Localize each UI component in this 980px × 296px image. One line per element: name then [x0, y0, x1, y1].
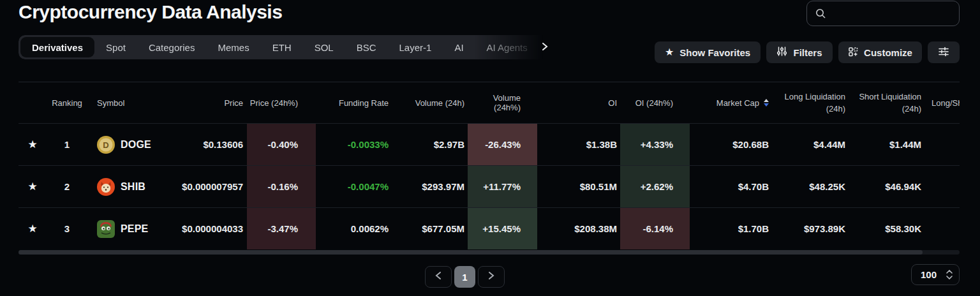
short-liquidation-cell: $1.44M — [845, 124, 921, 165]
price-cell: $0.13606 — [158, 124, 243, 165]
page-size-stepper[interactable] — [946, 270, 953, 279]
short-liquidation-cell: $46.94K — [845, 166, 921, 207]
shib-icon — [97, 178, 115, 196]
long-short-cell — [926, 166, 960, 207]
volume-cell: $677.05M — [389, 208, 464, 249]
table-settings-button[interactable] — [928, 41, 960, 63]
header-volume-24h[interactable]: Volume (24h) — [389, 82, 464, 123]
header-ranking[interactable]: Ranking — [47, 82, 87, 123]
symbol-cell[interactable]: D DOGE — [87, 124, 158, 165]
rank-cell: 3 — [47, 208, 87, 249]
header-oi[interactable]: OI — [537, 82, 617, 123]
show-favorites-button[interactable]: ★ Show Favorites — [655, 41, 761, 63]
star-icon: ★ — [27, 139, 37, 150]
search-box[interactable] — [806, 1, 960, 26]
tab-memes[interactable]: Memes — [206, 37, 260, 57]
long-liquidation-cell: $973.89K — [769, 208, 845, 249]
tab-categories[interactable]: Categories — [137, 37, 207, 57]
filters-label: Filters — [793, 47, 822, 58]
tab-bsc[interactable]: BSC — [345, 37, 388, 57]
price-cell: $0.000007957 — [158, 166, 243, 207]
page-size-input[interactable] — [921, 269, 945, 280]
header-funding-rate[interactable]: Funding Rate — [316, 82, 389, 123]
oi-change-cell: -6.14% — [620, 208, 690, 249]
header-long-liquidation[interactable]: Long Liquidation (24h) — [769, 82, 845, 123]
customize-button[interactable]: Customize — [838, 41, 922, 63]
price-cell: $0.000004033 — [158, 208, 243, 249]
funding-rate-cell: -0.0033% — [316, 124, 389, 165]
doge-icon: D — [97, 136, 115, 154]
tab-eth[interactable]: ETH — [261, 37, 303, 57]
table-row: ★ 1 D DOGE $0.13606 -0.40% -0.0033% — [19, 123, 960, 165]
long-liquidation-cell: $4.44M — [769, 124, 845, 165]
oi-change-cell: +4.33% — [620, 124, 690, 165]
table-header-row: Ranking Symbol Price Price (24h%) Fundin… — [19, 82, 960, 123]
volume-change-cell: +15.45% — [468, 208, 537, 249]
customize-grid-icon — [848, 47, 858, 59]
market-cap-cell: $1.70B — [690, 208, 769, 249]
symbol-cell[interactable]: SHIB — [87, 166, 158, 207]
oi-cell: $1.38B — [537, 124, 617, 165]
header-price-24h[interactable]: Price (24h%) — [247, 82, 316, 123]
long-short-cell — [926, 208, 960, 249]
favorite-toggle[interactable]: ★ — [19, 166, 47, 207]
page-title: Cryptocurrency Data Analysis — [19, 1, 282, 23]
search-icon — [815, 8, 826, 19]
pepe-icon — [97, 220, 115, 238]
symbol-label: DOGE — [121, 139, 151, 151]
search-input[interactable] — [831, 8, 951, 18]
app-window: Cryptocurrency Data Analysis Derivatives… — [0, 0, 980, 296]
table-row: ★ 2 SHIB — [19, 165, 960, 207]
filters-button[interactable]: Filters — [766, 41, 833, 63]
sort-ascending-icon — [764, 99, 769, 102]
tab-derivatives[interactable]: Derivatives — [20, 37, 94, 57]
header-favorite — [19, 82, 47, 123]
favorite-toggle[interactable]: ★ — [19, 124, 47, 165]
chevron-right-icon — [541, 42, 549, 54]
chevron-left-icon — [434, 271, 442, 283]
svg-text:D: D — [103, 140, 108, 150]
volume-cell: $2.97B — [389, 124, 464, 165]
header-market-cap[interactable]: Market Cap — [690, 82, 769, 123]
oi-cell: $208.38M — [537, 208, 617, 249]
header-long-short[interactable]: Long/Short — [926, 82, 960, 123]
chevron-up-icon — [946, 270, 953, 274]
header-short-liquidation[interactable]: Short Liquidation (24h) — [845, 82, 921, 123]
header-volume-24h-pct[interactable]: Volume (24h%) — [468, 82, 537, 123]
horizontal-scrollbar[interactable] — [19, 250, 960, 255]
header-oi-24h-pct[interactable]: OI (24h%) — [620, 82, 690, 123]
sort-descending-icon — [764, 103, 769, 107]
tab-spot[interactable]: Spot — [94, 37, 137, 57]
scroll-tabs-right-button[interactable] — [538, 41, 552, 55]
filter-sliders-icon — [776, 46, 787, 59]
crypto-table: Ranking Symbol Price Price (24h%) Fundin… — [19, 82, 960, 249]
tab-layer-1[interactable]: Layer-1 — [388, 37, 443, 57]
volume-cell: $293.97M — [389, 166, 464, 207]
page-size-control[interactable] — [911, 264, 960, 285]
header-symbol[interactable]: Symbol — [87, 82, 158, 123]
scrollbar-thumb[interactable] — [19, 250, 923, 255]
customize-label: Customize — [864, 47, 912, 58]
star-icon: ★ — [665, 47, 674, 57]
star-icon: ★ — [27, 181, 37, 192]
market-cap-cell: $4.70B — [690, 166, 769, 207]
tab-sol[interactable]: SOL — [303, 37, 345, 57]
price-change-cell: -0.40% — [247, 124, 316, 165]
symbol-cell[interactable]: PEPE — [87, 208, 158, 249]
funding-rate-cell: 0.0062% — [316, 208, 389, 249]
favorite-toggle[interactable]: ★ — [19, 208, 47, 249]
tab-ai[interactable]: AI — [443, 37, 475, 57]
header-price[interactable]: Price — [158, 82, 243, 123]
page-number-button[interactable]: 1 — [454, 266, 475, 288]
previous-page-button[interactable] — [425, 266, 452, 288]
price-change-cell: -3.47% — [247, 208, 316, 249]
show-favorites-label: Show Favorites — [679, 47, 750, 58]
funding-rate-cell: -0.0047% — [316, 166, 389, 207]
category-tab-bar: Derivatives Spot Categories Memes ETH SO… — [19, 35, 549, 59]
symbol-label: PEPE — [121, 223, 149, 235]
tab-ai-agents[interactable]: AI Agents — [475, 37, 539, 57]
rank-cell: 2 — [47, 166, 87, 207]
next-page-button[interactable] — [478, 266, 505, 288]
short-liquidation-cell: $58.30K — [845, 208, 921, 249]
horizontal-sliders-icon — [938, 47, 949, 59]
